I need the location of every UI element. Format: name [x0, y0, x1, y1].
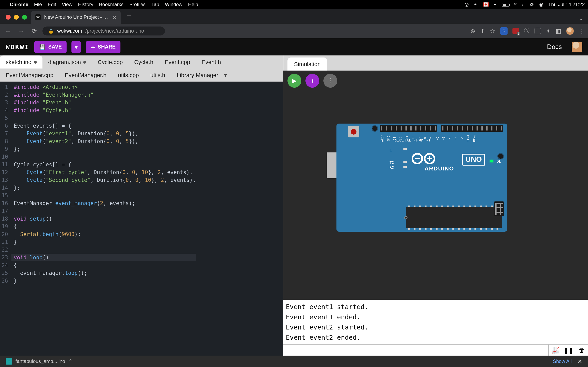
file-tab[interactable]: utils.h: [145, 68, 171, 82]
input-source-icon[interactable]: [483, 2, 489, 7]
docs-link[interactable]: Docs: [547, 43, 562, 50]
new-tab-button[interactable]: ＋: [121, 11, 137, 22]
file-tab[interactable]: Event.cpp: [159, 55, 196, 68]
evernote-icon[interactable]: ❧: [474, 2, 477, 7]
profile-avatar-icon[interactable]: [566, 27, 574, 35]
add-part-button[interactable]: ＋: [305, 74, 319, 88]
code-content[interactable]: #include <Arduino.h>#include "EventManag…: [11, 82, 196, 356]
share-button[interactable]: ➦ SHARE: [86, 41, 121, 53]
plotter-button[interactable]: 📈: [549, 345, 562, 356]
translate-extension-icon[interactable]: G: [500, 27, 508, 35]
silk-rx: RX: [389, 166, 394, 170]
menu-file[interactable]: File: [34, 2, 42, 7]
file-tab[interactable]: utils.cpp: [112, 68, 145, 82]
led-rx: [403, 166, 407, 168]
menu-edit[interactable]: Edit: [48, 2, 56, 7]
reset-button[interactable]: [348, 126, 359, 137]
download-chevron-icon[interactable]: ⌃: [68, 359, 72, 364]
sim-tabbar: Simulation: [283, 55, 588, 71]
menubar-app[interactable]: Chrome: [10, 2, 28, 7]
icsp-header[interactable]: [494, 201, 504, 216]
save-dropdown-button[interactable]: ▾: [72, 41, 81, 53]
serial-line: Event event2 ended.: [286, 332, 586, 342]
close-download-bar[interactable]: ✕: [575, 358, 585, 365]
wifi-icon[interactable]: ⌔: [514, 2, 517, 7]
sidepanel-icon[interactable]: ◧: [556, 28, 561, 34]
arduino-uno-board[interactable]: AREFGND1312~11~10~987~6~54~32TX→1RX←0 DI…: [337, 124, 507, 232]
lock-icon: 🔒: [48, 28, 54, 34]
wokwi-logo[interactable]: WOKWI: [6, 43, 29, 51]
chrome-menu-icon[interactable]: ⋮: [579, 28, 585, 34]
atmega-chip: [406, 207, 502, 228]
file-tab[interactable]: EventManager.h: [59, 68, 112, 82]
board-canvas[interactable]: AREFGND1312~11~10~987~6~54~32TX→1RX←0 DI…: [283, 91, 588, 300]
reload-button[interactable]: ⟳: [29, 27, 39, 35]
sim-menu-button[interactable]: ⋮: [323, 74, 337, 88]
file-tab[interactable]: Cycle.cpp: [92, 55, 129, 68]
menu-help[interactable]: Help: [188, 2, 198, 7]
save-button[interactable]: 💾 SAVE: [34, 41, 67, 53]
spotlight-icon[interactable]: ⌕: [522, 2, 525, 7]
zoom-icon[interactable]: ⊕: [470, 28, 475, 34]
serial-monitor: Event event1 started.Event event1 ended.…: [283, 300, 588, 344]
control-center-icon[interactable]: ⛭: [529, 2, 534, 7]
zoom-window-button[interactable]: [22, 15, 27, 20]
led-on: [490, 160, 493, 162]
bluetooth-icon[interactable]: ⌁: [494, 2, 497, 7]
arduino-infinity-logo: [411, 152, 442, 165]
silk-arduino: ARDUINO: [424, 165, 454, 172]
address-bar[interactable]: 🔒 wokwi.com/projects/new/arduino-uno: [43, 26, 165, 35]
save-label: SAVE: [48, 44, 62, 50]
run-button[interactable]: ▶: [287, 74, 301, 88]
code-editor[interactable]: 1234567891011121314151617181920212223242…: [0, 82, 283, 356]
file-tab[interactable]: Event.h: [196, 55, 227, 68]
battery-icon[interactable]: [502, 3, 509, 6]
file-tab[interactable]: Cycle.h: [129, 55, 159, 68]
download-item[interactable]: ∞ fantabulous_amb....ino ⌃: [3, 357, 75, 365]
menu-view[interactable]: View: [62, 2, 72, 7]
bookmark-star-icon[interactable]: ☆: [490, 28, 495, 34]
menu-profiles[interactable]: Profiles: [129, 2, 146, 7]
extension-square-icon[interactable]: [535, 28, 541, 34]
menu-tab[interactable]: Tab: [151, 2, 159, 7]
tab-search-button[interactable]: ⌄: [579, 16, 588, 24]
menu-window[interactable]: Window: [165, 2, 182, 7]
tab-close-icon[interactable]: ✕: [112, 14, 117, 20]
pause-button[interactable]: ❚❚: [562, 345, 575, 356]
close-window-button[interactable]: [6, 15, 11, 20]
serial-line: Event event2 started.: [286, 322, 586, 332]
back-button[interactable]: ←: [3, 27, 13, 34]
silk-on: ON: [497, 159, 502, 164]
clear-button[interactable]: 🗑: [575, 345, 588, 356]
menu-history[interactable]: History: [78, 2, 93, 7]
file-tab[interactable]: sketch.ino: [0, 55, 43, 68]
extensions-icon[interactable]: ✦: [546, 28, 551, 34]
file-tab[interactable]: Library Manager: [171, 68, 233, 82]
digital-header-2[interactable]: [441, 125, 503, 132]
file-tab[interactable]: diagram.json: [43, 55, 92, 68]
simulation-tab[interactable]: Simulation: [287, 58, 327, 71]
adblock-extension-icon[interactable]: [512, 28, 519, 34]
led-l: [403, 148, 407, 150]
minimize-window-button[interactable]: [14, 15, 19, 20]
chevron-down-icon: ▾: [75, 44, 78, 50]
digital-header-1[interactable]: [380, 125, 437, 132]
main-split: sketch.inodiagram.jsonCycle.cppCycle.hEv…: [0, 55, 588, 356]
editor-pane: sketch.inodiagram.jsonCycle.cppCycle.hEv…: [0, 55, 283, 356]
user-avatar[interactable]: [572, 42, 582, 52]
share-icon[interactable]: ⬆: [480, 28, 485, 34]
save-icon: 💾: [39, 44, 46, 50]
siri-icon[interactable]: ◉: [539, 2, 543, 7]
shazam-icon[interactable]: ◎: [465, 2, 468, 7]
silk-tx: TX: [389, 161, 394, 165]
tab-title: New Arduino Uno Project - Wo: [44, 14, 109, 20]
extension-a-icon[interactable]: Ⓐ: [524, 27, 530, 35]
browser-tab[interactable]: W New Arduino Uno Project - Wo ✕: [31, 11, 121, 24]
file-tab[interactable]: EventManager.cpp: [0, 68, 59, 82]
show-all-downloads[interactable]: Show All: [553, 359, 572, 364]
tab-favicon-icon: W: [35, 14, 41, 20]
serial-input[interactable]: [283, 345, 548, 356]
file-tabs: sketch.inodiagram.jsonCycle.cppCycle.hEv…: [0, 55, 283, 82]
menubar-clock[interactable]: Thu Jul 14 21:22: [548, 2, 585, 7]
menu-bookmarks[interactable]: Bookmarks: [99, 2, 123, 7]
